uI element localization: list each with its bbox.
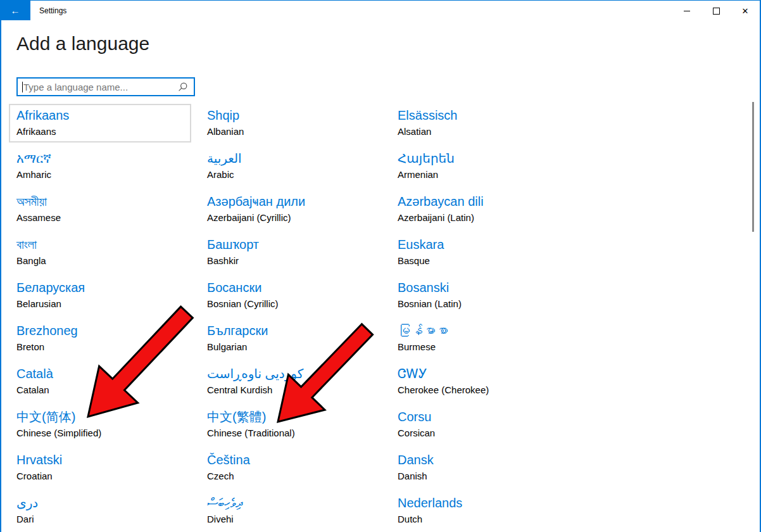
language-tile[interactable]: ᏣᎳᎩ Cherokee (Cherokee): [390, 362, 572, 401]
language-tile[interactable]: Hrvatski Croatian: [9, 448, 191, 487]
language-tile[interactable]: 中文(简体) Chinese (Simplified): [9, 405, 191, 444]
language-tile[interactable]: کوردیی ناوەڕاست Central Kurdish: [199, 362, 382, 401]
language-english-name: Dutch: [398, 513, 565, 525]
language-tile[interactable]: Shqip Albanian: [199, 104, 382, 142]
language-native-name: Dansk: [398, 452, 565, 468]
language-native-name: Bosanski: [398, 279, 565, 296]
language-tile[interactable]: Dansk Danish: [390, 448, 572, 487]
language-tile[interactable]: العربية Arabic: [199, 147, 382, 186]
window-title: Settings: [39, 1, 66, 21]
language-tile[interactable]: ދިވެހިބަސް Divehi: [199, 491, 382, 530]
language-tile[interactable]: Brezhoneg Breton: [9, 319, 191, 358]
language-english-name: Bashkir: [207, 255, 374, 267]
search-box: [16, 77, 195, 96]
language-native-name: Shqip: [207, 107, 374, 124]
language-tile[interactable]: Български Bulgarian: [199, 319, 382, 358]
language-native-name: Nederlands: [398, 495, 565, 511]
language-english-name: Bosnian (Cyrillic): [207, 298, 374, 310]
language-tile[interactable]: دری Dari: [9, 491, 191, 530]
language-tile[interactable]: Elsässisch Alsatian: [390, 104, 572, 142]
language-native-name: کوردیی ناوەڕاست: [207, 365, 374, 382]
language-english-name: Azerbaijani (Latin): [398, 212, 565, 224]
language-tile[interactable]: Азәрбајҹан дили Azerbaijani (Cyrillic): [199, 190, 382, 229]
language-tile[interactable]: Euskara Basque: [390, 233, 572, 272]
search-input[interactable]: [23, 82, 178, 92]
language-english-name: Armenian: [398, 168, 565, 180]
language-english-name: Arabic: [207, 168, 374, 180]
language-english-name: Corsican: [398, 427, 565, 439]
language-tile[interactable]: 中文(繁體) Chinese (Traditional): [199, 405, 382, 444]
language-english-name: Albanian: [207, 125, 374, 137]
language-native-name: ᏣᎳᎩ: [398, 365, 565, 382]
language-native-name: ދިވެހިބަސް: [207, 495, 374, 511]
close-icon: ✕: [742, 7, 749, 15]
language-english-name: Basque: [398, 255, 565, 267]
language-english-name: Dari: [16, 513, 184, 525]
language-native-name: 中文(繁體): [207, 408, 374, 425]
language-tile[interactable]: Bosanski Bosnian (Latin): [390, 276, 572, 315]
language-native-name: Azərbaycan dili: [398, 193, 565, 210]
language-english-name: Amharic: [16, 168, 184, 180]
search-icon[interactable]: [178, 82, 188, 92]
language-english-name: Assamese: [16, 212, 184, 224]
language-native-name: Hrvatski: [16, 452, 184, 468]
language-native-name: Brezhoneg: [16, 322, 184, 339]
back-button[interactable]: ←: [0, 0, 30, 20]
language-tile[interactable]: Català Catalan: [9, 362, 191, 401]
language-tile[interactable]: Башҡорт Bashkir: [199, 233, 382, 272]
scrollbar-thumb[interactable]: [752, 102, 754, 232]
language-native-name: Азәрбајҹан дили: [207, 193, 374, 210]
language-english-name: Breton: [16, 341, 184, 353]
language-english-name: Czech: [207, 470, 374, 482]
language-tile[interactable]: Беларуская Belarusian: [9, 276, 191, 315]
language-tile[interactable]: বাংলা Bangla: [9, 233, 191, 272]
language-tile[interactable]: Corsu Corsican: [390, 405, 572, 444]
language-english-name: Azerbaijani (Cyrillic): [207, 212, 374, 224]
language-english-name: Danish: [398, 470, 565, 482]
language-english-name: Chinese (Simplified): [16, 427, 184, 439]
language-english-name: Chinese (Traditional): [207, 427, 374, 439]
language-tile[interactable]: Nederlands Dutch: [390, 491, 572, 530]
language-native-name: Čeština: [207, 452, 374, 468]
language-english-name: Bangla: [16, 255, 184, 267]
language-native-name: Беларуская: [16, 279, 184, 296]
language-native-name: Euskara: [398, 236, 565, 253]
language-english-name: Bosnian (Latin): [398, 298, 565, 310]
language-native-name: Български: [207, 322, 374, 339]
language-english-name: Catalan: [16, 384, 184, 396]
language-tile[interactable]: Čeština Czech: [199, 448, 382, 487]
language-native-name: Башҡорт: [207, 236, 374, 253]
language-tile[interactable]: Босански Bosnian (Cyrillic): [199, 276, 382, 315]
close-button[interactable]: ✕: [731, 1, 760, 21]
language-english-name: Central Kurdish: [207, 384, 374, 396]
back-arrow-icon: ←: [11, 5, 20, 16]
language-english-name: Divehi: [207, 513, 374, 525]
language-tile[interactable]: Հայերեն Armenian: [390, 147, 572, 186]
language-native-name: Босански: [207, 279, 374, 296]
language-tile[interactable]: မြန်မာစာ Burmese: [390, 319, 572, 358]
language-tile[interactable]: Azərbaycan dili Azerbaijani (Latin): [390, 190, 572, 229]
language-english-name: Burmese: [398, 341, 565, 353]
language-english-name: Belarusian: [16, 298, 184, 310]
language-native-name: বাংলা: [16, 236, 184, 253]
title-bar: ← Settings ✕: [1, 1, 760, 21]
language-tile[interactable]: Afrikaans Afrikaans: [9, 104, 191, 142]
language-grid: Afrikaans Afrikaans Shqip Albanian Elsäs…: [9, 104, 572, 530]
settings-window: ← Settings ✕ Add a language A: [0, 0, 761, 532]
minimize-button[interactable]: [672, 1, 701, 21]
language-english-name: Croatian: [16, 470, 184, 482]
language-native-name: العربية: [207, 150, 374, 167]
language-english-name: Cherokee (Cherokee): [398, 384, 565, 396]
language-native-name: Català: [16, 365, 184, 382]
maximize-button[interactable]: [701, 1, 731, 21]
language-tile[interactable]: অসমীয়া Assamese: [9, 190, 191, 229]
language-english-name: Afrikaans: [16, 125, 184, 137]
language-english-name: Alsatian: [398, 125, 565, 137]
page-title: Add a language: [16, 33, 149, 54]
maximize-icon: [713, 8, 720, 15]
language-native-name: Elsässisch: [398, 107, 565, 124]
language-native-name: دری: [16, 495, 184, 511]
language-english-name: Bulgarian: [207, 341, 374, 353]
language-tile[interactable]: አማርኛ Amharic: [9, 147, 191, 186]
language-native-name: Հայերեն: [398, 150, 565, 167]
